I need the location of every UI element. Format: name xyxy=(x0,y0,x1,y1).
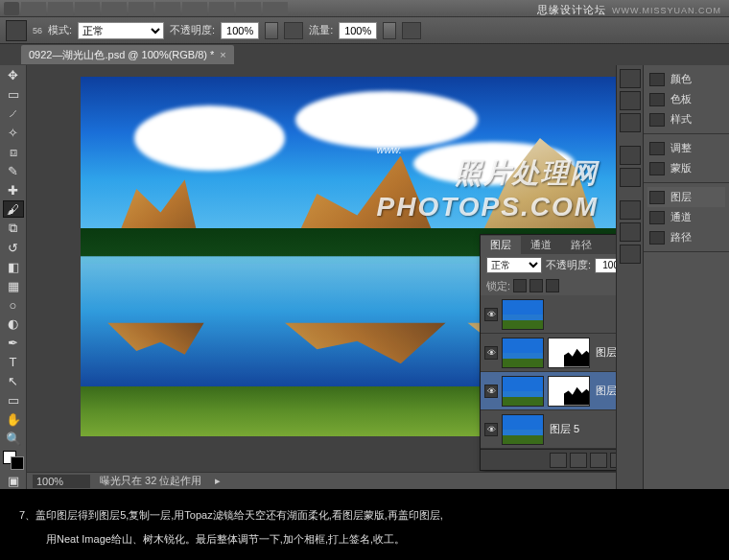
blur-tool[interactable]: ○ xyxy=(3,296,24,314)
eyedropper-tool[interactable]: ✎ xyxy=(3,163,24,180)
panel-swatches[interactable]: 色板 xyxy=(647,89,725,109)
layer-thumb[interactable] xyxy=(502,299,544,330)
airbrush-icon[interactable] xyxy=(402,22,421,39)
quickmask-toggle[interactable]: ▣ xyxy=(3,472,24,489)
layer-row[interactable]: 👁图层 5 xyxy=(481,410,616,449)
visibility-icon[interactable]: 👁 xyxy=(484,385,498,398)
tab-paths[interactable]: 路径 xyxy=(561,236,601,254)
wand-tool[interactable]: ✧ xyxy=(3,125,24,142)
visibility-icon[interactable]: 👁 xyxy=(484,308,498,321)
menu-item[interactable] xyxy=(75,2,100,15)
type-tool[interactable]: T xyxy=(3,354,24,371)
color-swatch[interactable] xyxy=(3,451,24,470)
document-tab[interactable]: 0922—湖光山色.psd @ 100%(RGB/8) *× xyxy=(21,45,234,64)
shape-tool[interactable]: ▭ xyxy=(3,392,24,409)
layer-mask-thumb[interactable] xyxy=(548,376,590,407)
menu-item[interactable] xyxy=(129,2,153,15)
layer-row[interactable]: 👁 xyxy=(481,295,616,334)
menu-item[interactable] xyxy=(21,2,46,15)
heal-tool[interactable]: ✚ xyxy=(3,181,24,198)
hand-tool[interactable]: ✋ xyxy=(3,411,24,429)
app-logo[interactable] xyxy=(4,2,19,15)
panel-adjustments[interactable]: 调整 xyxy=(647,138,725,158)
collapsed-icon[interactable] xyxy=(620,200,641,220)
panel-layers[interactable]: 图层 xyxy=(647,187,725,207)
layer-blend-select[interactable]: 正常 xyxy=(486,257,542,273)
flow-flyout[interactable] xyxy=(383,22,396,39)
lasso-tool[interactable]: ⟋ xyxy=(3,105,24,123)
photops-watermark: www. 照片处理网 PHOTOPS.COM xyxy=(376,144,599,222)
masks-icon xyxy=(649,162,665,175)
panel-masks[interactable]: 蒙版 xyxy=(647,158,725,178)
paths-icon xyxy=(649,231,665,245)
add-mask-icon[interactable] xyxy=(590,453,607,468)
link-layers-icon[interactable] xyxy=(550,453,567,468)
menu-item[interactable] xyxy=(236,2,261,15)
collapsed-icon[interactable] xyxy=(620,168,641,187)
panel-paths[interactable]: 路径 xyxy=(647,227,725,247)
options-bar: 56 模式: 正常 不透明度: 流量: xyxy=(0,17,729,44)
move-tool[interactable]: ✥ xyxy=(3,67,24,84)
collapsed-icon[interactable] xyxy=(620,113,641,132)
brush-size[interactable]: 56 xyxy=(33,26,42,35)
close-icon[interactable]: × xyxy=(220,49,225,60)
menu-item[interactable] xyxy=(209,2,234,15)
mode-label: 模式: xyxy=(48,23,72,37)
fx-icon[interactable] xyxy=(570,453,587,468)
layers-panel-footer xyxy=(481,449,616,470)
flow-input[interactable] xyxy=(339,22,377,39)
photoshop-window: 思缘设计论坛WWW.MISSYUAN.COM 56 模式: 正常 不透明度: 流… xyxy=(0,0,729,489)
menu-item[interactable] xyxy=(48,2,73,15)
panel-channels[interactable]: 通道 xyxy=(647,207,725,227)
channels-icon xyxy=(649,211,665,224)
eraser-tool[interactable]: ◧ xyxy=(3,258,24,275)
layer-thumb[interactable] xyxy=(502,338,544,368)
panel-color[interactable]: 颜色 xyxy=(647,69,725,89)
menu-item[interactable] xyxy=(263,2,288,15)
stamp-tool[interactable]: ⧉ xyxy=(3,220,24,237)
lock-all-icon[interactable] xyxy=(546,279,559,292)
pen-tool[interactable]: ✒ xyxy=(3,335,24,352)
layers-panel[interactable]: 图层 通道 路径 ▸▸ ▪≡ 正常 不透明度: 锁定: 填充: xyxy=(480,234,616,471)
opacity-flyout[interactable] xyxy=(265,22,278,39)
zoom-tool[interactable]: 🔍 xyxy=(3,430,24,447)
layer-row[interactable]: 👁图层 6 xyxy=(481,334,616,372)
opacity-input[interactable] xyxy=(221,22,259,39)
collapsed-icon[interactable] xyxy=(620,222,641,242)
tab-layers[interactable]: 图层 xyxy=(481,236,521,254)
adjustment-layer-icon[interactable] xyxy=(610,453,616,468)
visibility-icon[interactable]: 👁 xyxy=(484,423,498,436)
dodge-tool[interactable]: ◐ xyxy=(3,315,24,333)
menu-item[interactable] xyxy=(182,2,207,15)
styles-icon xyxy=(649,113,665,127)
visibility-icon[interactable]: 👁 xyxy=(484,346,498,360)
brush-preset-icon[interactable] xyxy=(6,20,27,41)
swatches-icon xyxy=(649,93,665,106)
layer-thumb[interactable] xyxy=(502,414,544,445)
panel-styles[interactable]: 样式 xyxy=(647,109,725,129)
history-brush-tool[interactable]: ↺ xyxy=(3,239,24,256)
collapsed-icon[interactable] xyxy=(620,69,641,88)
collapsed-icon[interactable] xyxy=(620,91,641,110)
collapsed-icon[interactable] xyxy=(620,146,641,165)
canvas-area: www. 照片处理网 PHOTOPS.COM 图层 通道 路径 ▸▸ ▪≡ 正常… xyxy=(27,65,616,489)
layer-opacity-input[interactable] xyxy=(595,258,616,273)
brush-tool[interactable]: 🖌 xyxy=(3,200,24,218)
layer-mask-thumb[interactable] xyxy=(548,338,590,368)
menu-item[interactable] xyxy=(155,2,180,15)
lock-position-icon[interactable] xyxy=(529,279,543,292)
airbrush-toggle[interactable] xyxy=(284,22,303,39)
layer-row[interactable]: 👁图层 5 副本 xyxy=(481,372,616,410)
layer-thumb[interactable] xyxy=(502,376,544,407)
zoom-field[interactable]: 100% xyxy=(33,475,90,488)
collapsed-icon[interactable] xyxy=(620,245,641,264)
crop-tool[interactable]: ⧈ xyxy=(3,144,24,161)
gradient-tool[interactable]: ▦ xyxy=(3,277,24,294)
layers-icon xyxy=(649,191,665,204)
blend-mode-select[interactable]: 正常 xyxy=(78,22,164,39)
path-tool[interactable]: ↖ xyxy=(3,373,24,390)
lock-pixels-icon[interactable] xyxy=(513,279,527,292)
tab-channels[interactable]: 通道 xyxy=(521,236,561,254)
menu-item[interactable] xyxy=(102,2,127,15)
marquee-tool[interactable]: ▭ xyxy=(3,86,24,104)
